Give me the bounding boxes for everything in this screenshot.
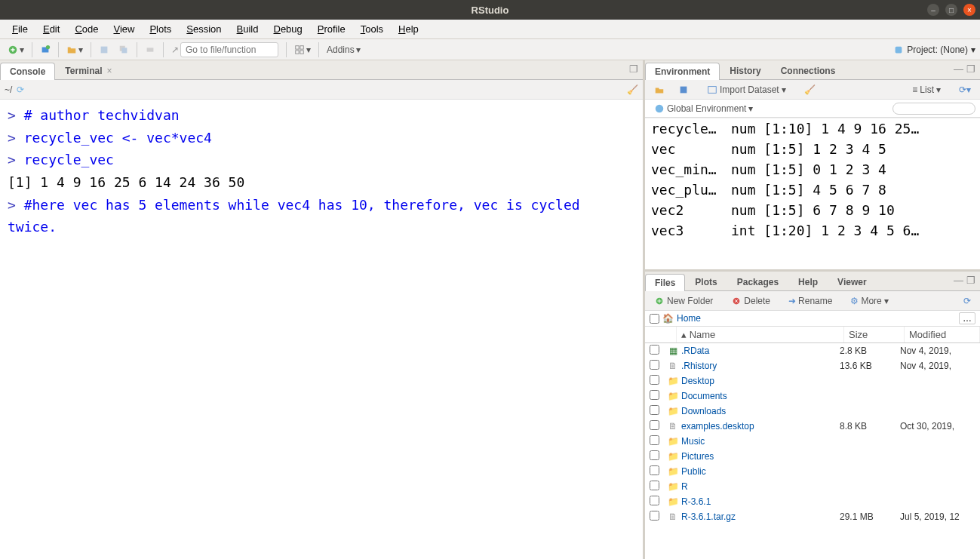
- file-checkbox[interactable]: [650, 511, 659, 521]
- env-row[interactable]: vec_plu…num [1:5] 4 5 6 7 8: [645, 180, 980, 200]
- global-env-selector[interactable]: Global Environment ▾: [650, 103, 757, 115]
- file-link[interactable]: Downloads: [681, 406, 726, 416]
- minimize-pane-icon[interactable]: —: [954, 275, 963, 286]
- tab-history[interactable]: History: [720, 62, 770, 79]
- project-menu[interactable]: Project: (None) ▾: [893, 45, 975, 55]
- tab-terminal[interactable]: Terminal×: [55, 62, 121, 79]
- tab-console[interactable]: Console: [0, 63, 55, 80]
- env-row[interactable]: vecnum [1:5] 1 2 3 4 5: [645, 139, 980, 159]
- file-checkbox[interactable]: [650, 420, 659, 430]
- minimize-pane-icon[interactable]: —: [954, 63, 963, 75]
- col-name[interactable]: Name: [690, 329, 716, 340]
- maximize-pane-icon[interactable]: ❐: [966, 63, 975, 75]
- file-link[interactable]: examples.desktop: [681, 421, 754, 432]
- menu-code[interactable]: Code: [69, 22, 104, 36]
- view-list-button[interactable]: ≡ List ▾: [908, 84, 945, 96]
- menu-help[interactable]: Help: [392, 22, 425, 36]
- tab-packages[interactable]: Packages: [727, 273, 788, 290]
- new-project-button[interactable]: [37, 43, 54, 57]
- menu-file[interactable]: File: [6, 22, 34, 36]
- env-list[interactable]: recycle…num [1:10] 1 4 9 16 25…vecnum [1…: [645, 118, 980, 269]
- save-workspace-button[interactable]: [674, 84, 693, 96]
- file-checkbox[interactable]: [650, 435, 659, 445]
- pane-collapse-icon[interactable]: ❐: [629, 63, 638, 75]
- maximize-button[interactable]: □: [945, 4, 957, 16]
- file-row[interactable]: 📁Desktop: [645, 373, 980, 389]
- more-path-button[interactable]: …: [959, 312, 975, 324]
- file-checkbox[interactable]: [650, 405, 659, 415]
- maximize-pane-icon[interactable]: ❐: [966, 275, 975, 286]
- import-dataset-button[interactable]: Import Dataset ▾: [702, 84, 791, 96]
- file-checkbox[interactable]: [650, 496, 659, 505]
- files-list[interactable]: ▦.RData2.8 KBNov 4, 2019,🗎.Rhistory13.6 …: [645, 343, 980, 559]
- more-button[interactable]: ⚙ More ▾: [846, 295, 892, 307]
- breadcrumb-home[interactable]: Home: [677, 313, 701, 324]
- minimize-button[interactable]: –: [927, 4, 939, 16]
- col-size[interactable]: Size: [844, 327, 905, 342]
- file-link[interactable]: .Rhistory: [681, 361, 717, 371]
- open-file-button[interactable]: ▾: [63, 43, 86, 57]
- menu-plots[interactable]: Plots: [143, 22, 177, 36]
- menu-view[interactable]: View: [107, 22, 140, 36]
- file-checkbox[interactable]: [650, 360, 659, 370]
- env-row[interactable]: vec3int [1:20] 1 2 3 4 5 6…: [645, 220, 980, 241]
- file-row[interactable]: 📁R: [645, 479, 980, 494]
- print-button[interactable]: [142, 43, 158, 57]
- save-all-button[interactable]: [115, 43, 132, 57]
- grid-view-button[interactable]: ▾: [291, 43, 314, 57]
- file-link[interactable]: Music: [681, 436, 705, 447]
- menu-tools[interactable]: Tools: [355, 22, 389, 36]
- clear-console-icon[interactable]: 🧹: [627, 84, 638, 95]
- file-link[interactable]: Desktop: [681, 376, 714, 386]
- console-body[interactable]: > # author techvidvan> recycle_vec <- ve…: [0, 100, 643, 559]
- close-icon[interactable]: ×: [106, 66, 112, 76]
- col-modified[interactable]: Modified: [905, 327, 980, 342]
- file-link[interactable]: R: [681, 481, 688, 492]
- goto-file-field[interactable]: ↗: [168, 41, 281, 59]
- tab-viewer[interactable]: Viewer: [828, 273, 876, 290]
- rename-button[interactable]: ➜ Rename: [784, 295, 837, 307]
- env-row[interactable]: vec2num [1:5] 6 7 8 9 10: [645, 200, 980, 220]
- save-button[interactable]: [96, 43, 112, 57]
- env-row[interactable]: recycle…num [1:10] 1 4 9 16 25…: [645, 118, 980, 139]
- file-row[interactable]: 🗎examples.desktop8.8 KBOct 30, 2019,: [645, 419, 980, 434]
- tab-files[interactable]: Files: [645, 274, 685, 291]
- addins-menu[interactable]: Addins ▾: [324, 43, 364, 57]
- new-file-button[interactable]: ▾: [5, 43, 27, 57]
- file-link[interactable]: Documents: [681, 391, 727, 401]
- file-row[interactable]: 🗎.Rhistory13.6 KBNov 4, 2019,: [645, 358, 980, 373]
- tab-environment[interactable]: Environment: [645, 63, 720, 80]
- load-workspace-button[interactable]: [650, 84, 669, 96]
- file-checkbox[interactable]: [650, 375, 659, 385]
- clear-objects-button[interactable]: 🧹: [800, 84, 820, 96]
- file-link[interactable]: Pictures: [681, 451, 714, 462]
- file-link[interactable]: Public: [681, 466, 706, 477]
- file-checkbox[interactable]: [650, 481, 659, 490]
- env-search-input[interactable]: [892, 103, 975, 115]
- file-row[interactable]: 🗎R-3.6.1.tar.gz29.1 MBJul 5, 2019, 12: [645, 509, 980, 524]
- file-row[interactable]: 📁Documents: [645, 389, 980, 404]
- home-icon[interactable]: 🏠: [662, 313, 674, 324]
- close-button[interactable]: ×: [963, 4, 975, 16]
- menu-edit[interactable]: Edit: [37, 22, 66, 36]
- file-link[interactable]: .RData: [681, 346, 709, 356]
- delete-button[interactable]: Delete: [727, 295, 775, 307]
- file-checkbox[interactable]: [650, 465, 659, 475]
- menu-profile[interactable]: Profile: [312, 22, 352, 36]
- menu-session[interactable]: Session: [180, 22, 227, 36]
- console-settings-icon[interactable]: ⟳: [17, 84, 24, 95]
- file-checkbox[interactable]: [650, 345, 659, 355]
- menu-build[interactable]: Build: [231, 22, 265, 36]
- file-link[interactable]: R-3.6.1: [681, 496, 711, 507]
- file-row[interactable]: 📁R-3.6.1: [645, 494, 980, 509]
- refresh-files-button[interactable]: ⟳: [959, 295, 975, 307]
- file-link[interactable]: R-3.6.1.tar.gz: [681, 511, 736, 522]
- tab-help[interactable]: Help: [788, 273, 828, 290]
- tab-connections[interactable]: Connections: [771, 62, 846, 79]
- file-row[interactable]: 📁Public: [645, 464, 980, 479]
- file-checkbox[interactable]: [650, 450, 659, 460]
- new-folder-button[interactable]: New Folder: [650, 295, 717, 307]
- file-row[interactable]: 📁Downloads: [645, 404, 980, 419]
- refresh-env-button[interactable]: ⟳▾: [954, 84, 975, 96]
- file-row[interactable]: 📁Pictures: [645, 449, 980, 464]
